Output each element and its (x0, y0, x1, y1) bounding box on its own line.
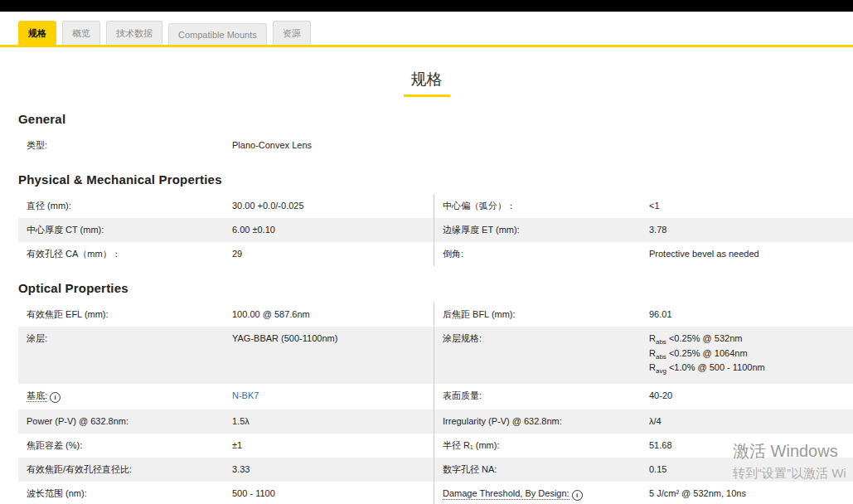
spec-value: YAG-BBAR (500-1100nm) (232, 327, 434, 384)
spec-value: 0.15 (649, 458, 853, 482)
table-row: 直径 (mm): 30.00 +0.0/-0.025 中心偏（弧分）： <1 (18, 194, 853, 218)
table-row: 中心厚度 CT (mm): 6.00 ±0.10 边缘厚度 ET (mm): 3… (18, 218, 853, 242)
coating-spec-line: Rabs <0.25% @ 532nm (649, 333, 846, 348)
spec-label: 中心偏（弧分）： (434, 194, 649, 218)
spec-value: <1 (649, 194, 853, 218)
spec-value: 29 (232, 242, 434, 266)
coating-spec-line: Rabs <0.25% @ 1064nm (649, 348, 846, 363)
top-bar (0, 0, 853, 12)
spec-label: 基底:i (18, 384, 232, 410)
table-row: Power (P-V) @ 632.8nm: 1.5λ Irregularity… (18, 410, 853, 434)
tab-resources[interactable]: 资源 (273, 21, 311, 45)
tab-technical-data[interactable]: 技术数据 (106, 21, 162, 45)
spec-label: 涂层: (18, 327, 232, 384)
spec-value: 3.33 (232, 458, 434, 482)
info-icon[interactable]: i (50, 392, 61, 403)
spec-label: 有效焦距 EFL (mm): (18, 303, 232, 327)
spec-value: Plano-Convex Lens (232, 133, 853, 158)
spec-label: 直径 (mm): (18, 194, 232, 218)
spec-label: 数字孔径 NA: (434, 458, 649, 482)
table-row-damage-threshold: 波长范围 (nm): 500 - 1100 Damage Threshold, … (18, 482, 853, 504)
section-heading-physical: Physical & Mechanical Properties (18, 172, 853, 187)
table-row: 有效孔径 CA（mm）： 29 倒角: Protective bevel as … (18, 242, 853, 266)
table-row: 有效焦距/有效孔径直径比: 3.33 数字孔径 NA: 0.15 (18, 458, 853, 482)
spec-value: 1.5λ (232, 410, 434, 434)
info-icon[interactable]: i (572, 490, 583, 501)
spec-value: Protective bevel as needed (649, 242, 853, 266)
spec-label: Power (P-V) @ 632.8nm: (18, 410, 232, 434)
tab-specs[interactable]: 规格 (18, 21, 56, 45)
spec-label: 波长范围 (nm): (18, 482, 232, 504)
table-row: 有效焦距 EFL (mm): 100.00 @ 587.6nm 后焦距 BFL … (18, 303, 853, 327)
table-row-substrate: 基底:i N-BK7 表面质量: 40-20 (18, 384, 853, 410)
spec-value: λ/4 (649, 410, 853, 434)
tab-bar: 规格 概览 技术数据 Compatible Mounts 资源 (0, 12, 853, 47)
spec-label: 中心厚度 CT (mm): (18, 218, 232, 242)
table-row: 焦距容差 (%): ±1 半径 R₁ (mm): 51.68 (18, 434, 853, 458)
spec-label: 表面质量: (434, 384, 649, 410)
spec-value: 100.00 @ 587.6nm (232, 303, 434, 327)
spec-label: 涂层规格: (434, 327, 649, 384)
substrate-link[interactable]: N-BK7 (232, 390, 259, 400)
spec-value: 6.00 ±0.10 (232, 218, 434, 242)
spec-value: 40-20 (649, 384, 853, 410)
tab-compatible-mounts[interactable]: Compatible Mounts (168, 23, 267, 45)
spec-label: 半径 R₁ (mm): (434, 434, 649, 458)
spec-value: ±1 (232, 434, 434, 458)
spec-label: 倒角: (434, 242, 649, 266)
spec-label: Damage Threshold, By Design:i (434, 482, 649, 504)
spec-value: 3.78 (649, 218, 853, 242)
section-heading-general: General (18, 112, 853, 126)
spec-value-coating-spec: Rabs <0.25% @ 532nm Rabs <0.25% @ 1064nm… (649, 327, 853, 384)
spec-label: 边缘厚度 ET (mm): (434, 218, 649, 242)
spec-value: 5 J/cm² @ 532nm, 10ns (649, 482, 853, 504)
spec-label: 有效孔径 CA（mm）： (18, 242, 232, 266)
spec-label: 有效焦距/有效孔径直径比: (18, 458, 232, 482)
page-title-underline (404, 94, 450, 97)
coating-spec-line: Ravg <1.0% @ 500 - 1100nm (649, 362, 846, 377)
spec-value: N-BK7 (232, 384, 434, 410)
spec-value: 30.00 +0.0/-0.025 (232, 194, 434, 218)
page-title-wrap: 规格 (0, 69, 853, 97)
section-heading-optical: Optical Properties (18, 281, 853, 295)
spec-label: Irregularity (P-V) @ 632.8nm: (434, 410, 649, 434)
table-row-coating: 涂层: YAG-BBAR (500-1100nm) 涂层规格: Rabs <0.… (18, 327, 853, 384)
tab-overview[interactable]: 概览 (62, 21, 100, 45)
spec-label: 焦距容差 (%): (18, 434, 232, 458)
spec-label: 后焦距 BFL (mm): (434, 303, 649, 327)
spec-value: 51.68 (649, 434, 853, 458)
spec-label: 类型: (18, 133, 232, 158)
spec-value: 96.01 (649, 303, 853, 327)
spec-table: General 类型: Plano-Convex Lens Physical &… (0, 112, 853, 504)
table-row: 类型: Plano-Convex Lens (18, 133, 853, 158)
spec-value: 500 - 1100 (232, 482, 434, 504)
page-title: 规格 (411, 69, 443, 90)
